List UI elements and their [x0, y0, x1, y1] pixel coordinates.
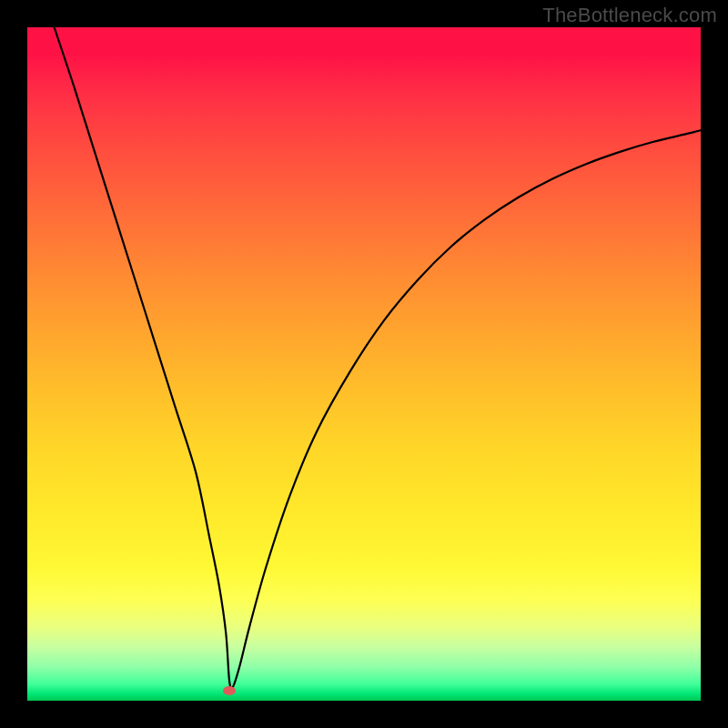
- chart-container: TheBottleneck.com: [0, 0, 728, 728]
- plot-area: [27, 27, 701, 701]
- minimum-marker: [223, 686, 236, 695]
- bottleneck-curve: [27, 27, 701, 701]
- watermark-text: TheBottleneck.com: [542, 4, 717, 27]
